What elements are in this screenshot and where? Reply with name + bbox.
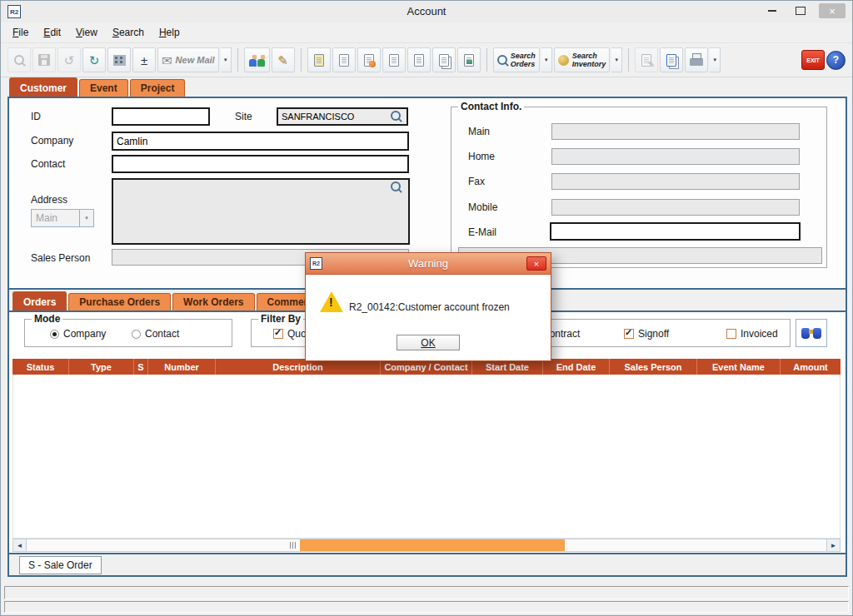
main-tabstrip: Customer Event Project bbox=[9, 78, 185, 97]
dialog-titlebar[interactable]: R2 Warning × bbox=[306, 253, 551, 275]
address-type-select[interactable]: Main ▼ bbox=[31, 209, 94, 227]
col-number[interactable]: Number bbox=[148, 359, 216, 375]
search-inventory-dropdown[interactable]: ▼ bbox=[611, 47, 622, 72]
filter-invoiced[interactable]: Invoiced bbox=[726, 328, 778, 340]
undo-icon: ↺ bbox=[64, 54, 75, 67]
contact-input[interactable] bbox=[112, 155, 409, 173]
advanced-search-button[interactable] bbox=[796, 319, 827, 347]
site-label: Site bbox=[235, 111, 252, 122]
new-mail-dropdown[interactable]: ▼ bbox=[221, 47, 232, 72]
address-search-icon[interactable] bbox=[391, 181, 401, 191]
print-button[interactable] bbox=[685, 47, 708, 72]
col-s[interactable]: S bbox=[134, 359, 148, 375]
col-status[interactable]: Status bbox=[12, 359, 69, 375]
people-icon bbox=[248, 54, 266, 67]
mode-contact-label: Contact bbox=[145, 328, 179, 340]
ok-button[interactable]: OK bbox=[397, 335, 460, 350]
dialog-body: R2_00142:Customer account frozen OK bbox=[306, 275, 551, 360]
maximize-button[interactable] bbox=[791, 3, 811, 18]
menu-view[interactable]: View bbox=[76, 27, 97, 38]
tab-orders[interactable]: Orders bbox=[12, 291, 67, 310]
col-sales-person[interactable]: Sales Person bbox=[610, 359, 697, 375]
fax-field bbox=[551, 173, 800, 190]
col-event-name[interactable]: Event Name bbox=[697, 359, 781, 375]
tab-customer[interactable]: Customer bbox=[9, 77, 77, 97]
tab-purchase-orders[interactable]: Purchase Orders bbox=[68, 293, 171, 310]
close-button[interactable]: × bbox=[819, 3, 846, 18]
horizontal-scrollbar[interactable]: ◄ ► bbox=[12, 539, 841, 552]
documents-stack-button[interactable] bbox=[432, 47, 456, 72]
col-amount[interactable]: Amount bbox=[781, 359, 841, 375]
site-search-icon[interactable] bbox=[391, 111, 401, 121]
inventory-ball-icon bbox=[558, 55, 569, 66]
scroll-left-button[interactable]: ◄ bbox=[13, 539, 27, 551]
company-input[interactable] bbox=[112, 132, 409, 151]
search-inventory-label-1: Search bbox=[572, 52, 597, 60]
mode-contact-radio[interactable]: Contact bbox=[132, 328, 179, 340]
filter-signoff[interactable]: Signoff bbox=[624, 328, 669, 340]
tab-event[interactable]: Event bbox=[79, 79, 128, 97]
exit-button[interactable]: EXIT bbox=[801, 50, 825, 70]
open-document-button[interactable] bbox=[307, 47, 331, 72]
envelope-icon: ✉ bbox=[162, 54, 172, 67]
address-textarea[interactable] bbox=[112, 178, 410, 245]
radio-icon[interactable] bbox=[50, 330, 59, 339]
scrollbar-thumb[interactable] bbox=[300, 539, 565, 551]
menu-file[interactable]: File bbox=[12, 27, 28, 38]
search-orders-button[interactable]: Search Orders bbox=[493, 47, 540, 72]
new-mail-button[interactable]: ✉ New Mail bbox=[157, 47, 219, 72]
dialog-message: R2_00142:Customer account frozen bbox=[349, 301, 510, 313]
binoculars-icon bbox=[801, 327, 821, 340]
web-document-icon bbox=[364, 54, 374, 67]
form-button[interactable] bbox=[407, 47, 431, 72]
radio-icon[interactable] bbox=[132, 330, 141, 339]
checkbox-icon[interactable] bbox=[726, 329, 736, 339]
mode-group-title: Mode bbox=[32, 313, 62, 325]
chevron-down-icon[interactable]: ▼ bbox=[79, 210, 93, 226]
menu-edit[interactable]: Edit bbox=[43, 27, 61, 38]
mode-company-radio[interactable]: Company bbox=[50, 328, 106, 340]
tab-work-orders[interactable]: Work Orders bbox=[172, 293, 254, 310]
col-end-date[interactable]: End Date bbox=[543, 359, 610, 375]
search-orders-dropdown[interactable]: ▼ bbox=[541, 47, 552, 72]
refresh-button[interactable]: ↻ bbox=[82, 47, 106, 72]
toolbar-separator bbox=[486, 48, 487, 72]
copy-pages-button[interactable] bbox=[660, 47, 683, 72]
home-phone-label: Home bbox=[468, 151, 495, 162]
signature-button[interactable]: ✎ bbox=[272, 47, 295, 72]
scrollbar-track[interactable] bbox=[27, 539, 826, 551]
site-building-button[interactable] bbox=[107, 47, 131, 72]
minimize-button[interactable] bbox=[762, 3, 782, 18]
site-input[interactable] bbox=[277, 107, 408, 126]
search-orders-label-1: Search bbox=[511, 52, 536, 60]
web-document-button[interactable] bbox=[357, 47, 381, 72]
scrollbar-grip-icon[interactable] bbox=[287, 541, 298, 549]
spreadsheet-button[interactable] bbox=[457, 47, 481, 72]
sales-person-label: Sales Person bbox=[31, 252, 90, 264]
checkbox-icon[interactable] bbox=[624, 329, 634, 339]
print-dropdown[interactable]: ▼ bbox=[710, 47, 721, 72]
contacts-button[interactable] bbox=[244, 47, 270, 72]
document-button[interactable] bbox=[332, 47, 356, 72]
menu-help[interactable]: Help bbox=[159, 27, 180, 38]
ok-button-label: OK bbox=[421, 337, 435, 349]
col-type[interactable]: Type bbox=[69, 359, 134, 375]
plus-minus-button[interactable]: ± bbox=[132, 47, 156, 72]
filter-signoff-label: Signoff bbox=[638, 328, 669, 340]
search-orders-label-2: Orders bbox=[511, 60, 536, 68]
id-input[interactable] bbox=[112, 107, 210, 126]
scroll-right-button[interactable]: ► bbox=[826, 539, 840, 551]
report-button[interactable] bbox=[382, 47, 406, 72]
plus-minus-icon: ± bbox=[141, 54, 147, 67]
dialog-close-button[interactable]: × bbox=[526, 256, 546, 271]
email-input[interactable] bbox=[550, 222, 801, 241]
menu-search[interactable]: Search bbox=[112, 27, 144, 38]
help-button[interactable]: ? bbox=[826, 51, 846, 70]
lookup-icon bbox=[14, 55, 24, 65]
filter-by-title: Filter By bbox=[258, 313, 303, 325]
search-inventory-button[interactable]: Search Inventory bbox=[554, 47, 611, 72]
checkbox-icon[interactable] bbox=[273, 329, 283, 339]
toolbar-separator bbox=[301, 48, 302, 72]
dialog-app-icon: R2 bbox=[310, 257, 322, 270]
tab-project[interactable]: Project bbox=[130, 79, 186, 97]
